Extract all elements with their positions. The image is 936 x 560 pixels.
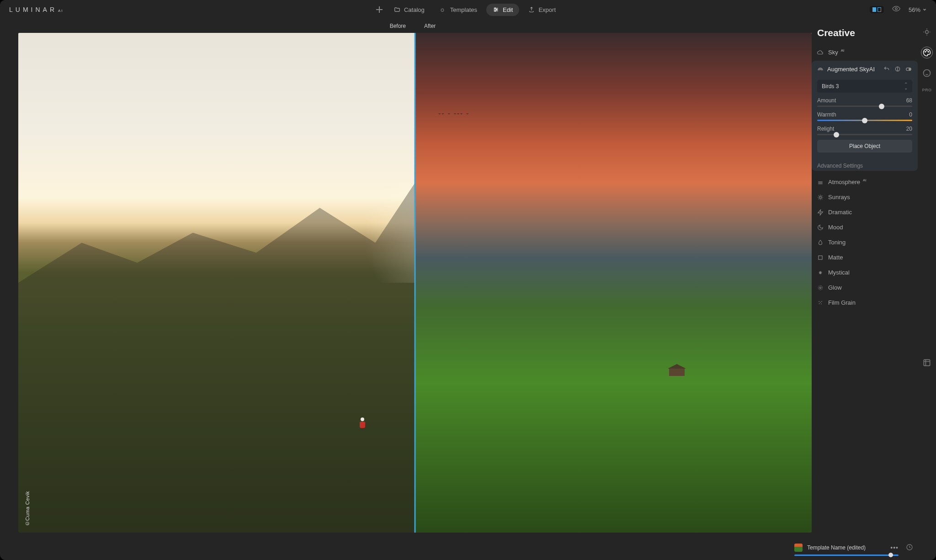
svg-point-32 (821, 303, 822, 304)
ai-badge: AI (841, 48, 845, 53)
amount-slider: Amount 68 (817, 97, 912, 107)
nav-export-label: Export (538, 6, 556, 13)
tool-mystical-label: Mystical (828, 269, 850, 276)
amount-track[interactable] (817, 106, 912, 107)
chevron-updown-icon: ⌃⌄ (904, 83, 908, 90)
add-button[interactable] (374, 4, 385, 15)
svg-point-28 (819, 301, 819, 302)
hut-shape (669, 368, 685, 376)
nav-edit-label: Edit (503, 6, 513, 13)
compare-divider[interactable] (415, 33, 416, 533)
tool-filmgrain[interactable]: Film Grain (812, 295, 918, 310)
visibility-toggle[interactable] (905, 65, 912, 73)
compare-left-icon (872, 7, 876, 12)
ai-badge: AI (863, 178, 867, 182)
rail-pro-label[interactable]: PRO (922, 88, 931, 92)
rail-presets[interactable] (921, 357, 932, 368)
svg-point-41 (928, 52, 929, 53)
panel-title: Creative (812, 19, 918, 45)
svg-point-11 (909, 69, 911, 70)
augmented-sky-panel: Augmented Sky AI Birds 3 ⌃⌄ Amount 68 (812, 61, 918, 171)
preset-select[interactable]: Birds 3 ⌃⌄ (817, 80, 912, 93)
tool-sunrays-label: Sunrays (828, 194, 850, 201)
nav-templates-label: Templates (450, 6, 477, 13)
svg-point-7 (495, 11, 495, 11)
bolt-icon (817, 209, 824, 216)
tool-mood-label: Mood (828, 224, 843, 231)
image-credit: ©Cuma Cevik (25, 491, 30, 526)
rail-essentials[interactable] (921, 26, 932, 37)
advanced-label: Advanced Settings (817, 163, 863, 169)
logo-sup: AI (58, 9, 64, 13)
tool-dramatic-label: Dramatic (828, 209, 852, 216)
sun-icon (817, 194, 824, 201)
topbar: LUMINAR AI Catalog Templates Edit Export (0, 0, 936, 19)
nav-templates[interactable]: Templates (434, 4, 484, 16)
augmented-sky-body: Birds 3 ⌃⌄ Amount 68 Warmth 0 (812, 77, 918, 158)
svg-point-5 (495, 8, 495, 9)
svg-rect-25 (819, 255, 822, 259)
moon-icon (817, 224, 824, 231)
canvas-area: Before After ˘˘ ˘ ˘˘˘ ˘ ©Cuma Cevik (0, 19, 830, 560)
birds-overlay: ˘˘ ˘ ˘˘˘ ˘ (439, 113, 470, 119)
app-logo: LUMINAR AI (9, 6, 64, 13)
svg-rect-43 (924, 359, 930, 365)
compare-toggle[interactable] (870, 6, 884, 13)
amount-label: Amount (817, 97, 836, 104)
glow-icon (817, 285, 824, 291)
cloud-icon (817, 49, 824, 56)
tool-mystical[interactable]: Mystical (812, 265, 918, 280)
grain-icon (817, 300, 824, 306)
after-label: After (424, 23, 436, 29)
tool-toning[interactable]: Toning (812, 235, 918, 250)
svg-point-40 (926, 50, 927, 51)
warmth-thumb[interactable] (862, 118, 867, 123)
rail-portrait[interactable] (921, 68, 932, 79)
tool-atmosphere-label: Atmosphere (828, 179, 860, 185)
tool-atmosphere[interactable]: Atmosphere AI (812, 174, 918, 190)
tool-glow[interactable]: Glow (812, 280, 918, 295)
ai-badge: AI (869, 66, 875, 73)
template-strength-slider[interactable] (794, 555, 899, 556)
zoom-value: 56% (909, 6, 920, 13)
tool-sunrays[interactable]: Sunrays (812, 190, 918, 205)
svg-marker-24 (818, 210, 823, 215)
relight-thumb[interactable] (834, 132, 839, 137)
relight-label: Relight (817, 126, 834, 132)
warmth-value: 0 (909, 111, 912, 118)
place-object-button[interactable]: Place Object (817, 140, 912, 153)
tool-filmgrain-label: Film Grain (828, 299, 856, 306)
template-strength-thumb[interactable] (888, 553, 893, 557)
mask-button[interactable] (894, 65, 901, 73)
warmth-track[interactable] (817, 120, 912, 121)
tool-matte[interactable]: Matte (812, 250, 918, 265)
rail-creative[interactable] (921, 47, 933, 58)
tool-glow-label: Glow (828, 284, 842, 291)
relight-slider: Relight 20 (817, 126, 912, 135)
preview-toggle[interactable] (892, 5, 900, 15)
tool-mood[interactable]: Mood (812, 220, 918, 235)
svg-point-42 (924, 70, 931, 77)
tool-matte-label: Matte (828, 254, 843, 261)
history-button[interactable] (906, 544, 913, 553)
undo-button[interactable] (883, 65, 890, 73)
nav-edit[interactable]: Edit (486, 4, 519, 16)
template-menu-button[interactable]: ••• (890, 544, 899, 551)
svg-point-30 (821, 301, 822, 302)
nav-catalog[interactable]: Catalog (388, 4, 431, 16)
tools-panel: Creative Sky AI Augmented Sky AI Birds 3 (812, 19, 918, 560)
before-label: Before (390, 23, 406, 29)
nav-export[interactable]: Export (522, 4, 562, 16)
relight-track[interactable] (817, 134, 912, 135)
zoom-control[interactable]: 56% (909, 6, 927, 13)
amount-thumb[interactable] (879, 104, 884, 109)
advanced-settings[interactable]: Advanced Settings (812, 158, 918, 171)
augmented-sky-header[interactable]: Augmented Sky AI (812, 61, 918, 77)
tool-dramatic[interactable]: Dramatic (812, 205, 918, 220)
svg-point-29 (820, 301, 821, 302)
preset-value: Birds 3 (822, 83, 839, 90)
tool-sky[interactable]: Sky AI (812, 45, 918, 60)
image-canvas[interactable]: ˘˘ ˘ ˘˘˘ ˘ ©Cuma Cevik (18, 33, 812, 533)
rainbow-icon (817, 66, 824, 72)
tool-toning-label: Toning (828, 239, 846, 246)
